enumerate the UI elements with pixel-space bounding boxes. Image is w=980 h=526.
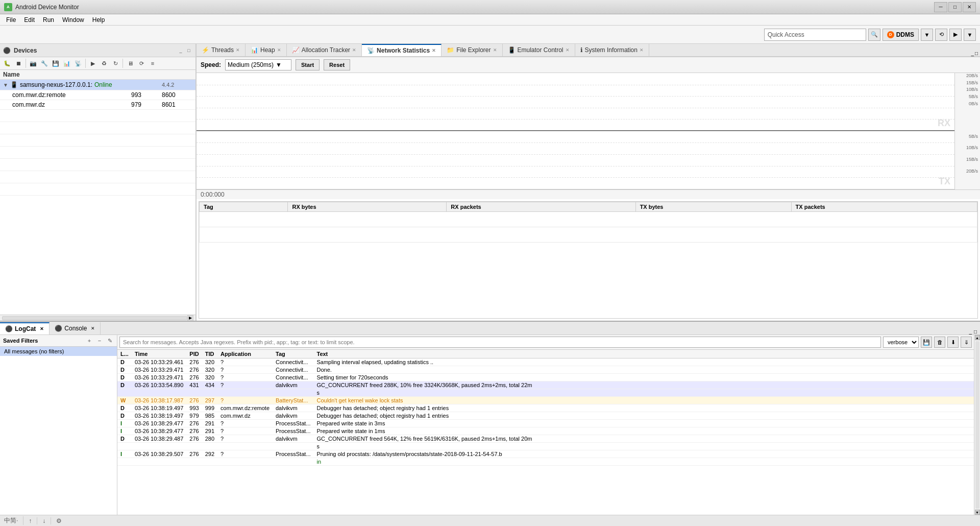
speed-select[interactable]: Medium (250ms) ▼ [225,59,291,70]
screenshot-btn[interactable]: 📷 [28,58,38,68]
system-info-tab-close[interactable]: ✕ [640,47,644,53]
process-row-1[interactable]: com.mwr.dz 979 8601 [0,100,195,110]
edit-filter-btn[interactable]: ✎ [106,337,114,345]
filter-all-messages[interactable]: All messages (no filters) [0,347,117,356]
stop-process-btn[interactable]: ⏹ [13,58,23,68]
logcat-row[interactable]: D 03-26 10:33:29.471 276 320 ? Connectiv… [117,374,974,381]
minimize-button[interactable]: ─ [934,2,947,12]
status-settings[interactable]: ⚙ [56,517,62,524]
bottom-panel: ⚫ LogCat ✕ ⚫ Console ✕ _ □ Saved Filters… [0,321,980,515]
tab-system-info[interactable]: ℹ System Information ✕ [575,44,649,56]
tab-heap[interactable]: 📊 Heap ✕ [246,44,287,56]
emulator-tab-close[interactable]: ✕ [566,47,570,53]
scroll-end-btn[interactable]: ⇓ [961,337,972,348]
save-log-btn[interactable]: 💾 [921,337,932,348]
logcat-row[interactable]: D 03-26 10:33:54.890 431 434 ? dalvikvm … [117,381,974,389]
menu-file[interactable]: File [2,15,20,25]
logcat-tbody: D 03-26 10:33:29.461 276 320 ? Connectiv… [117,358,974,466]
allocation-tracker-btn[interactable]: 📊 [62,58,72,68]
graph-canvas: RX TX [197,73,954,189]
tab-threads[interactable]: ⚡ Threads ✕ [197,44,246,56]
device-row[interactable]: ▼ 📱 samsung-nexus-127.0.0.1: Online 4.4.… [0,80,195,90]
clear-log-btn[interactable]: 🗑 [934,337,945,348]
reset-button[interactable]: Reset [324,59,350,70]
tab-file-explorer[interactable]: 📁 File Explorer ✕ [442,44,502,56]
logcat-row[interactable]: W 03-26 10:38:17.987 276 297 ? BatterySt… [117,397,974,404]
dump-threads-btn[interactable]: 🔧 [39,58,50,68]
allocation-tab-close[interactable]: ✕ [352,47,356,53]
screen-capture-btn[interactable]: 🖥 [125,58,135,68]
verbose-select[interactable]: verbose debug info warn error [883,337,919,348]
logcat-row[interactable]: D 03-26 10:33:29.461 276 320 ? Connectiv… [117,358,974,366]
logcat-vscrollbar[interactable]: ▲ ▼ [974,335,980,515]
device-scroll-right[interactable]: ▶ [187,315,193,321]
right-panel: ⚡ Threads ✕ 📊 Heap ✕ 📈 Allocation Tracke… [197,44,980,321]
console-tab-icon: ⚫ [55,325,62,332]
logcat-table-wrap[interactable]: L... Time PID TID Application Tag Text D [117,350,974,515]
network-stats-btn[interactable]: 📡 [73,58,83,68]
cause-gc-btn[interactable]: ♻ [99,58,109,68]
toolbar-btn-4[interactable]: ▼ [964,29,976,41]
console-tab-close[interactable]: ✕ [91,326,95,331]
reset-btn-dev[interactable]: ⟳ [136,58,146,68]
menu-run[interactable]: Run [39,15,58,25]
remove-filter-btn[interactable]: − [95,337,104,345]
logcat-row[interactable]: I 03-26 10:38:29.477 276 291 ? ProcessSt… [117,420,974,427]
menu-window[interactable]: Window [58,15,88,25]
tab-minimize-btn[interactable]: _ [971,51,974,56]
tab-network[interactable]: 📡 Network Statistics ✕ [362,44,442,56]
scroll-up-btn[interactable]: ▲ [975,335,980,340]
start-button[interactable]: Start [296,59,320,70]
threads-tab-close[interactable]: ✕ [236,47,240,53]
speed-value: Medium (250ms) [228,61,274,68]
more-btn[interactable]: ≡ [148,58,158,68]
maximize-panel-btn[interactable]: □ [185,47,192,54]
tab-allocation[interactable]: 📈 Allocation Tracker ✕ [287,44,362,56]
process-row-0[interactable]: com.mwr.dz:remote 993 8600 [0,90,195,100]
devices-panel-controls: _ □ [177,47,192,54]
toolbar-btn-2[interactable]: ⟲ [935,29,947,41]
tab-maximize-btn[interactable]: □ [975,51,978,56]
debug-btn[interactable]: 🐛 [2,58,12,68]
device-hscrollbar[interactable] [2,316,187,320]
tab-logcat[interactable]: ⚫ LogCat ✕ [0,322,50,334]
y-label-5b-tx: 5B/s [969,134,978,139]
bottom-maximize-btn[interactable]: □ [974,329,977,334]
toggle-method-profiling-btn[interactable]: ▶ [88,58,98,68]
log-pid: 276 [186,397,202,404]
logcat-row[interactable]: D 03-26 10:38:19.497 993 999 com.mwr.dz:… [117,404,974,412]
file-explorer-tab-close[interactable]: ✕ [493,47,497,53]
minimize-panel-btn[interactable]: _ [177,47,184,54]
ddms-button[interactable]: D DDMS [883,29,919,41]
close-button[interactable]: ✕ [963,2,976,12]
toolbar-btn-1[interactable]: ▼ [921,29,933,41]
log-text: Done. [313,366,974,374]
scroll-thumb[interactable] [975,341,979,509]
network-tab-close[interactable]: ✕ [432,48,436,53]
logcat-row[interactable]: I 03-26 10:38:29.477 276 291 ? ProcessSt… [117,427,974,435]
heap-tab-close[interactable]: ✕ [277,47,281,53]
update-threads-btn[interactable]: ↻ [110,58,120,68]
logcat-row[interactable]: D 03-26 10:38:19.497 979 985 com.mwr.dz … [117,412,974,420]
network-stats-content: Speed: Medium (250ms) ▼ Start Reset [197,57,980,321]
rx-gridline-4 [197,119,954,119]
maximize-button[interactable]: □ [948,2,962,12]
menu-help[interactable]: Help [88,15,109,25]
toolbar-btn-3[interactable]: ▶ [949,29,962,41]
tab-console[interactable]: ⚫ Console ✕ [50,322,101,334]
bottom-minimize-btn[interactable]: _ [969,329,972,334]
add-filter-btn[interactable]: + [85,337,93,345]
scroll-btn[interactable]: ⬇ [947,337,959,348]
scroll-down-btn[interactable]: ▼ [975,510,980,515]
logcat-row[interactable]: D 03-26 10:33:29.471 276 320 ? Connectiv… [117,366,974,374]
logcat-tab-close[interactable]: ✕ [40,326,44,331]
logcat-row[interactable]: D 03-26 10:38:29.487 276 280 ? dalvikvm … [117,435,974,443]
logcat-search-input[interactable] [119,337,881,348]
log-time: 03-26 10:38:29.477 [132,420,186,427]
tab-emulator[interactable]: 📱 Emulator Control ✕ [503,44,575,56]
menu-edit[interactable]: Edit [20,15,39,25]
logcat-row[interactable]: I 03-26 10:38:29.507 276 292 ? ProcessSt… [117,450,974,458]
quick-access-box[interactable]: Quick Access [764,29,866,41]
heap-dump-btn[interactable]: 💾 [51,58,61,68]
search-icon-button[interactable]: 🔍 [868,29,880,41]
